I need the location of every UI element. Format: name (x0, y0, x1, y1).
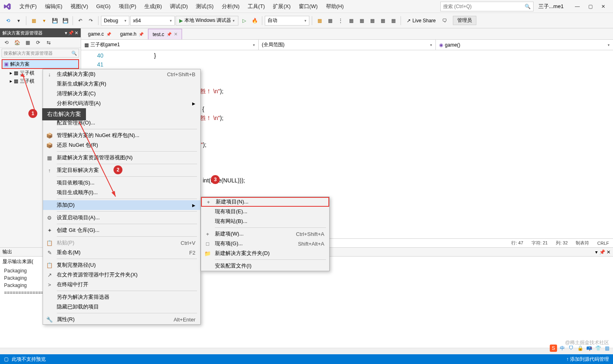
ctx-item[interactable]: ↓生成解决方案(B)Ctrl+Shift+B (43, 69, 200, 79)
start-no-debug-icon[interactable]: ▷ (239, 16, 249, 26)
close-panel-icon[interactable]: ✕ (75, 30, 78, 36)
ctx-item[interactable]: □现有项(G)...Shift+Alt+A (201, 239, 329, 248)
menu-window[interactable]: 窗口(W) (295, 1, 322, 12)
feedback-icon[interactable]: 🗨 (440, 16, 450, 26)
close-tab-icon[interactable]: ✕ (174, 32, 178, 37)
ctx-item[interactable]: ↗在文件资源管理器中打开文件夹(X) (43, 270, 200, 280)
editor-tabs: game.c📌 game.h📌 test.c📌✕ (81, 28, 613, 40)
save-icon[interactable]: 💾 (50, 16, 60, 26)
ctx-item[interactable]: 🔧属性(R)Alt+Enter (43, 315, 200, 324)
solution-node[interactable]: ▣ 解决方案 (2, 59, 79, 69)
ctx-item[interactable]: 另存为解决方案筛选器 (43, 292, 200, 302)
menu-debug[interactable]: 调试(D) (166, 1, 192, 12)
search-input[interactable] (443, 4, 525, 9)
tb-icon-4[interactable]: ▦ (346, 16, 356, 26)
tb-icon-5[interactable]: ▦ (357, 16, 367, 26)
explorer-search[interactable]: 搜索解决方案资源管理器 🔍 (2, 49, 79, 58)
close-button[interactable]: ✕ (597, 1, 610, 12)
menu-git[interactable]: Git(G) (92, 2, 114, 11)
tb-icon-6[interactable]: ▦ (367, 16, 377, 26)
ctx-item[interactable]: 添加(D)▶ (43, 200, 200, 210)
redo-icon[interactable]: ↷ (86, 16, 96, 26)
ctx-item[interactable]: 📁新建解决方案文件夹(D) (201, 248, 329, 258)
nav-forward-icon[interactable]: ▾ (14, 16, 24, 26)
tb-icon-2[interactable]: ▦ (325, 16, 335, 26)
home-icon[interactable]: ⟲ (2, 38, 11, 47)
open-icon[interactable]: ▾ (39, 16, 49, 26)
save-all-icon[interactable]: 💾 (60, 16, 70, 26)
tb-icon-7[interactable]: ▦ (378, 16, 388, 26)
ctx-item[interactable]: 项目生成顺序(I)... (43, 188, 200, 197)
ctx-item[interactable]: ✦创建 Git 仓库(G)... (43, 225, 200, 235)
tb-icon-3[interactable]: ⋮ (336, 16, 345, 26)
share-icon: ↗ (407, 18, 411, 24)
menu-tools[interactable]: 工具(T) (244, 1, 269, 12)
cpp-icon: ▦ (84, 42, 89, 48)
refresh-icon[interactable]: ⟳ (33, 38, 43, 47)
menu-build[interactable]: 生成(B) (140, 1, 166, 12)
ctx-item[interactable]: >在终端中打开 (43, 280, 200, 289)
maximize-button[interactable]: ▢ (584, 1, 597, 12)
ctx-item[interactable]: 📋粘贴(P)Ctrl+V (43, 238, 200, 248)
menu-extensions[interactable]: 扩展(X) (269, 1, 294, 12)
home-icon[interactable]: 🏠 (12, 38, 22, 47)
ctx-item[interactable]: 重新生成解决方案(R) (43, 79, 200, 89)
global-search[interactable]: 🔍 (440, 2, 534, 11)
ctx-item[interactable]: 📦管理解决方案的 NuGet 程序包(N)... (43, 131, 200, 140)
ctx-item[interactable]: 分析和代码清理(A)▶ (43, 98, 200, 108)
ctx-item[interactable]: 项目依赖项(S)... (43, 178, 200, 188)
collapse-icon[interactable]: ⇆ (44, 38, 54, 47)
auto-dropdown[interactable]: 自动▾ (265, 16, 309, 26)
menu-test[interactable]: 测试(S) (192, 1, 217, 12)
ctx-item[interactable]: ⚙设置启动项目(A)... (43, 213, 200, 223)
start-debug-button[interactable]: ▶本地 Windows 调试器▾ (176, 16, 238, 26)
tb-icon-8[interactable]: ▦ (388, 16, 398, 26)
ctx-item[interactable]: 📋复制完整路径(U) (43, 260, 200, 270)
ctx-item[interactable]: 📦还原 NuGet 包(R) (43, 140, 200, 150)
undo-icon[interactable]: ↶ (75, 16, 85, 26)
ctx-item[interactable]: +新建项(W)...Ctrl+Shift+A (201, 229, 329, 239)
panel-controls[interactable]: ▾ 📌 ✕ (595, 249, 611, 255)
hot-reload-icon[interactable]: 🔥 (250, 16, 259, 26)
project-dropdown[interactable]: ▦三子棋game1▾ (81, 40, 259, 50)
platform-dropdown[interactable]: x64▾ (130, 16, 175, 26)
tb-icon-1[interactable]: ▦ (315, 16, 324, 26)
tab-game-h[interactable]: game.h📌 (116, 29, 148, 39)
source-control-button[interactable]: ↑ 添加到源代码管理 (566, 356, 609, 363)
menu-project[interactable]: 项目(P) (115, 1, 140, 12)
project-icon: ▦ (14, 78, 18, 84)
ctx-item[interactable]: 清理解决方案(C) (43, 89, 200, 98)
pin-icon[interactable]: 📌 (139, 32, 144, 36)
menu-analyze[interactable]: 分析(N) (218, 1, 244, 12)
nav-back-icon[interactable]: ⟲ (3, 16, 13, 26)
minimize-button[interactable]: ― (571, 1, 584, 12)
menu-help[interactable]: 帮助(H) (322, 1, 348, 12)
tab-test-c[interactable]: test.c📌✕ (148, 29, 182, 39)
ctx-item[interactable]: ✎重命名(M)F2 (43, 248, 200, 257)
ctx-item[interactable]: 现有项目(E)... (201, 207, 329, 216)
member-dropdown[interactable]: ◉game()▾ (436, 40, 613, 50)
tray-icons: S 中 ⛉ 🔒 📪 👕 ▥ (550, 345, 611, 352)
horizontal-scrollbar[interactable] (0, 348, 613, 354)
ctx-item[interactable]: 安装配置文件(I) (201, 261, 329, 271)
ctx-item[interactable]: +新建项目(N)... (201, 197, 329, 207)
pin-icon[interactable]: 📌 (167, 32, 171, 36)
live-share-button[interactable]: ↗Live Share (403, 18, 439, 24)
tab-game-c[interactable]: game.c📌 (84, 29, 116, 39)
dropdown-icon[interactable]: ▾ (65, 30, 67, 36)
add-submenu: +新建项目(N)...现有项目(E)...现有网站(B)...+新建项(W)..… (201, 197, 330, 271)
ctx-item[interactable]: 隐藏已卸载的项目 (43, 302, 200, 312)
new-project-icon[interactable]: ▦ (29, 16, 39, 26)
ctx-item[interactable]: ▦新建解决方案资源管理器视图(N) (43, 153, 200, 163)
menu-view[interactable]: 视图(V) (66, 1, 92, 12)
toolbar: ⟲ ▾ ▦ ▾ 💾 💾 ↶ ↷ Debug▾ x64▾ ▶本地 Windows … (0, 13, 613, 28)
show-icon[interactable]: ▦ (23, 38, 32, 47)
ctx-item[interactable]: 现有网站(B)... (201, 216, 329, 226)
menu-edit[interactable]: 编辑(E) (41, 1, 66, 12)
pin-icon[interactable]: 📌 (68, 30, 74, 36)
menu-file[interactable]: 文件(F) (15, 1, 41, 12)
config-dropdown[interactable]: Debug▾ (101, 16, 129, 26)
scope-dropdown[interactable]: (全局范围)▾ (259, 40, 436, 50)
search-icon: 🔍 (525, 4, 531, 9)
pin-icon[interactable]: 📌 (106, 32, 111, 36)
